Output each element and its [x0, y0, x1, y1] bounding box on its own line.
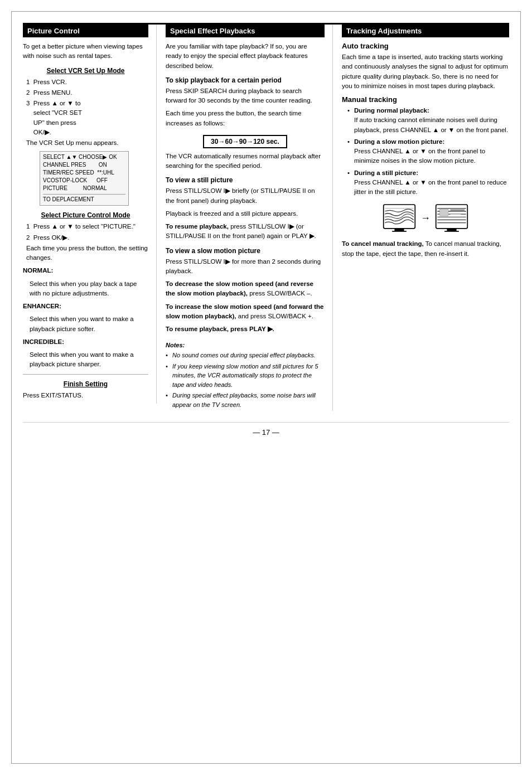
left-section-header: Picture Control [23, 25, 148, 37]
normal-text: Select this when you play back a tape wi… [30, 279, 148, 299]
svg-rect-15 [450, 214, 461, 215]
notes-title: Notes: [166, 342, 325, 348]
vcr-menu-box: SELECT ▲▼ CHOOSE▶ OK CHANNEL PRES ON TIM… [40, 151, 129, 206]
select-vcr-title: Select VCR Set Up Mode [23, 67, 148, 75]
vcr-step-1: 1 Press VCR. [26, 77, 148, 87]
select-picture-title: Select Picture Control Mode [23, 211, 148, 219]
manual-bullets: During normal playback: If auto tracking… [347, 106, 509, 197]
skip-resume: The VCR automatically resumes normal pla… [166, 152, 325, 171]
svg-rect-13 [440, 210, 448, 216]
slow-resume: To resume playback, press PLAY ▶. [166, 324, 325, 334]
right-section-header: Tracking Adjustments [342, 25, 509, 37]
svg-rect-2 [392, 231, 407, 232]
page-container: Picture Control To get a better picture … [11, 11, 521, 764]
picture-steps: 1 Press ▲ or ▼ to select "PICTURE." 2 Pr… [26, 222, 148, 263]
left-column: Picture Control To get a better picture … [23, 25, 157, 404]
auto-tracking-heading: Auto tracking [342, 42, 509, 50]
middle-section-header: Special Effect Playbacks [166, 25, 325, 37]
picture-step-3: Each time you press the button, the sett… [26, 244, 148, 263]
tv-noisy-icon [383, 203, 416, 232]
skip-title: To skip playback for a certain period [166, 76, 325, 84]
svg-rect-14 [450, 210, 465, 211]
cancel-tracking-text: To cancel manual tracking, To cancel man… [342, 239, 509, 259]
columns-wrapper: Picture Control To get a better picture … [23, 25, 509, 411]
bullet-normal: During normal playback: If auto tracking… [347, 106, 509, 135]
auto-tracking-text: Each time a tape is inserted, auto track… [342, 52, 509, 91]
bullet-slow-motion: During a slow motion picture: Press CHAN… [347, 137, 509, 166]
bullet-still: During a still picture: Press CHANNEL ▲ … [347, 168, 509, 197]
tracking-image: → [342, 203, 509, 232]
still-resume: To resume playback, press STILL/SLOW I▶ … [166, 222, 325, 241]
enhancer-text: Select this when you want to make a play… [30, 314, 148, 334]
slow-body: Press STILL/SLOW I▶ for more than 2 seco… [166, 257, 325, 277]
finish-text: Press EXIT/STATUS. [23, 391, 148, 400]
manual-tracking-heading: Manual tracking [342, 95, 509, 104]
middle-intro: Are you familiar with tape playback? If … [166, 42, 325, 71]
finish-setting-title: Finish Setting [23, 380, 148, 388]
skip-body2: Each time you press the button, the sear… [166, 109, 325, 128]
skip-box: 30→60→90→120 sec. [203, 135, 287, 148]
svg-rect-1 [394, 229, 404, 231]
page-number: — 17 — [23, 422, 509, 437]
left-intro: To get a better picture when viewing tap… [23, 42, 148, 61]
picture-step-1: 1 Press ▲ or ▼ to select "PICTURE." [26, 222, 148, 231]
tv-clear-icon [435, 203, 468, 232]
vcr-steps: 1 Press VCR. 2 Press MENU. 3 Press ▲ or … [26, 77, 148, 148]
normal-label: NORMAL: [23, 266, 148, 275]
note-2: If you keep viewing slow motion and stil… [166, 362, 325, 390]
note-3: During special effect playbacks, some no… [166, 391, 325, 409]
svg-rect-6 [444, 231, 459, 232]
slow-title: To view a slow motion picture [166, 247, 325, 255]
incredible-label: INCREDIBLE: [23, 337, 148, 347]
skip-body: Press SKIP SEARCH during playback to sea… [166, 86, 325, 106]
note-1: No sound comes out during special effect… [166, 351, 325, 360]
picture-step-2: 2 Press OK/▶. [26, 233, 148, 243]
right-column: Tracking Adjustments Auto tracking Each … [342, 25, 509, 262]
middle-column: Special Effect Playbacks Are you familia… [166, 25, 333, 411]
still-body2: Playback is freezed and a still picture … [166, 209, 325, 219]
slow-increase: To increase the slow motion speed (and f… [166, 302, 325, 322]
notes-section: Notes: No sound comes out during special… [166, 342, 325, 409]
vcr-menu-appears: The VCR Set Up menu appears. [26, 138, 148, 148]
tracking-arrow: → [420, 212, 431, 224]
incredible-text: Select this when you want to make a play… [30, 350, 148, 370]
still-body: Press STILL/SLOW I▶ briefly (or STILL/PA… [166, 186, 325, 206]
still-title: To view a still picture [166, 176, 325, 184]
svg-rect-5 [447, 229, 456, 231]
slow-decrease: To decrease the slow motion speed (and r… [166, 279, 325, 299]
vcr-step-2: 2 Press MENU. [26, 88, 148, 98]
enhancer-label: ENHANCER: [23, 302, 148, 311]
vcr-step-3: 3 Press ▲ or ▼ to select "VCR SET UP" th… [26, 99, 148, 137]
